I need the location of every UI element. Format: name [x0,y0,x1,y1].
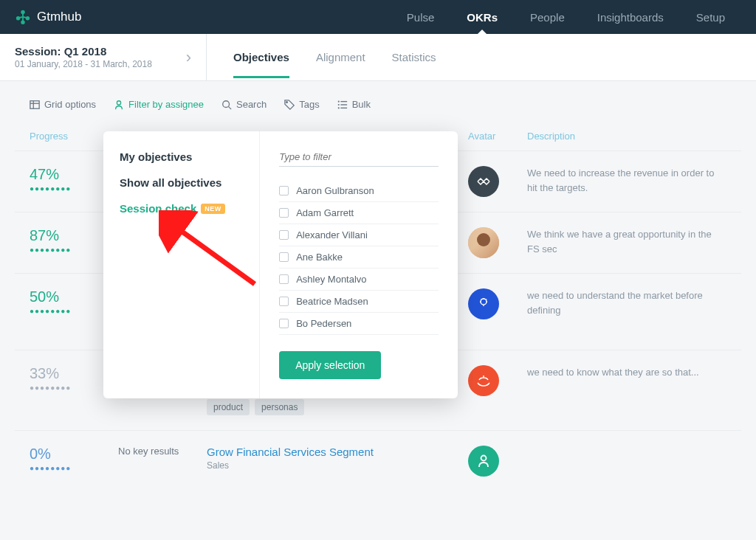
svg-rect-18 [340,104,347,105]
checkbox[interactable] [279,252,289,262]
grid-label: Grid options [44,99,96,110]
tab-statistics[interactable]: Statistics [392,36,436,78]
bulk-label: Bulk [352,99,371,110]
session-selector[interactable]: Session: Q1 2018 01 January, 2018 - 31 M… [0,34,207,80]
avatar[interactable] [468,227,499,258]
new-badge: NEW [201,204,225,214]
tag[interactable]: product [207,399,250,415]
person-item[interactable]: Ashley Montalvo [279,269,439,291]
svg-point-14 [286,101,288,103]
svg-point-15 [337,100,339,102]
dropdown-filter-panel: Aaron GulbransonAdam GarrettAlexander Vi… [259,131,458,398]
tabs: Objectives Alignment Statistics [207,34,436,80]
checkbox[interactable] [279,230,289,240]
toolbar: Grid options Filter by assignee Search T… [0,81,756,122]
person-name: Adam Garrett [296,207,354,218]
avatar[interactable] [468,365,499,396]
session-title: Session: Q1 2018 [15,45,152,58]
nav-okrs[interactable]: OKRs [450,0,514,34]
person-item[interactable]: Adam Garrett [279,202,439,224]
people-list: Aaron GulbransonAdam GarrettAlexander Vi… [279,180,439,335]
avatar[interactable] [468,446,499,477]
description-text: we need to know what they are so that... [527,365,726,380]
tags-button[interactable]: Tags [284,99,319,110]
svg-point-22 [481,456,487,461]
person-name: Bo Pedersen [296,318,351,329]
svg-point-1 [17,17,20,20]
nav-insightboards[interactable]: Insightboards [581,0,680,34]
bulk-button[interactable]: Bulk [337,99,371,110]
svg-point-11 [117,100,120,104]
person-item[interactable]: Alexander Villani [279,224,439,246]
person-name: Ane Bakke [296,252,343,263]
objective-subtitle: Sales [207,460,468,471]
person-item[interactable]: Beatrice Madsen [279,291,439,313]
tab-alignment[interactable]: Alignment [316,36,365,78]
avatar[interactable] [468,288,499,319]
avatar[interactable] [468,166,499,197]
person-item[interactable]: Bo Pedersen [279,313,439,335]
key-results-count: No key results [118,446,207,457]
svg-point-2 [27,17,30,20]
description-text: we need to understand the market before … [527,288,726,317]
session-check-label: Session check [120,202,196,215]
search-button[interactable]: Search [221,99,267,110]
person-name: Beatrice Madsen [296,296,368,307]
subbar: Session: Q1 2018 01 January, 2018 - 31 M… [0,34,756,81]
svg-point-3 [21,21,24,24]
nav-people[interactable]: People [514,0,581,34]
tag-icon [284,100,295,110]
checkbox[interactable] [279,274,289,284]
tab-objectives[interactable]: Objectives [233,36,289,78]
svg-point-12 [223,100,230,107]
chevron-right-icon: › [186,48,191,67]
grid-options-button[interactable]: Grid options [30,99,96,110]
tag[interactable]: personas [255,399,304,415]
session-dates: 01 January, 2018 - 31 March, 2018 [15,59,152,69]
svg-rect-16 [340,100,347,101]
filter-input[interactable] [279,148,439,167]
description-text: We need to increase the revenue in order… [527,166,726,195]
person-name: Aaron Gulbranson [296,185,374,196]
svg-point-21 [481,299,487,305]
checkbox[interactable] [279,208,289,218]
option-my-objectives[interactable]: My objectives [120,150,243,163]
apply-selection-button[interactable]: Apply selection [279,351,381,379]
brand-name: Gtmhub [37,10,81,24]
tags: productpersonas [207,399,468,415]
filter-assignee-button[interactable]: Filter by assignee [114,99,204,110]
objective-title[interactable]: Grow Financial Services Segment [207,446,468,458]
person-name: Alexander Villani [296,229,368,240]
person-item[interactable]: Ane Bakke [279,246,439,269]
checkbox[interactable] [279,186,289,195]
person-item[interactable]: Aaron Gulbranson [279,180,439,202]
logo[interactable]: Gtmhub [15,9,81,25]
grid-icon [30,100,40,110]
header-description: Description [527,131,726,142]
progress-dots: ●●●●●●●● [30,464,118,472]
nav-setup[interactable]: Setup [680,0,741,34]
table-row: 0%●●●●●●●●No key resultsGrow Financial S… [15,430,741,491]
top-nav: Gtmhub Pulse OKRs People Insightboards S… [0,0,756,34]
checkbox[interactable] [279,297,289,306]
checkbox[interactable] [279,319,289,328]
description-text: We think we have a great opportunity in … [527,227,726,256]
person-icon [114,100,124,110]
list-icon [337,100,348,110]
svg-rect-8 [30,100,39,108]
svg-point-17 [337,103,339,105]
search-icon [221,100,232,110]
person-name: Ashley Montalvo [296,274,366,285]
filter-dropdown: My objectives Show all objectives Sessio… [103,131,458,398]
progress-value: 0% [30,446,118,463]
option-session-check[interactable]: Session check NEW [120,202,243,215]
tags-label: Tags [299,99,319,110]
svg-line-13 [229,106,232,109]
header-avatar: Avatar [468,131,527,142]
nav-pulse[interactable]: Pulse [391,0,451,34]
logo-icon [15,9,31,25]
dropdown-options: My objectives Show all objectives Sessio… [103,131,259,398]
svg-rect-20 [340,107,347,108]
option-show-all[interactable]: Show all objectives [120,176,243,189]
filter-label: Filter by assignee [128,99,204,110]
